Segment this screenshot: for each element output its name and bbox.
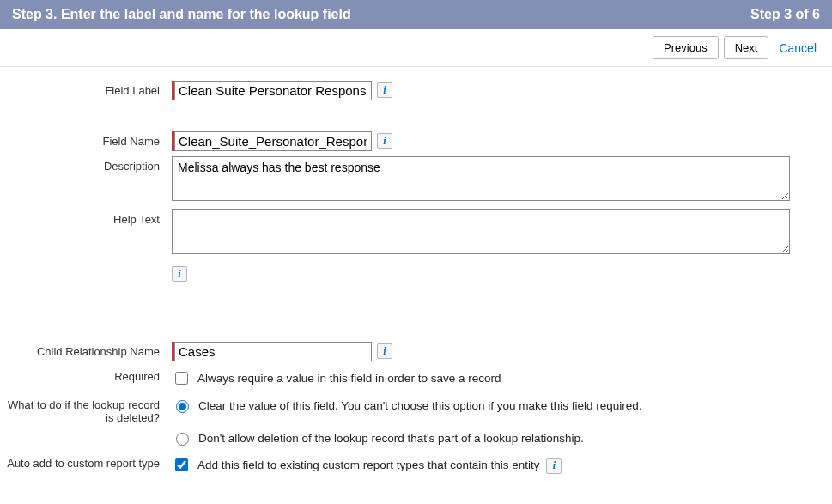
field-label-input[interactable] [174, 81, 372, 100]
info-icon[interactable]: i [377, 133, 392, 149]
description-input[interactable] [172, 156, 790, 201]
required-checkbox[interactable] [175, 372, 188, 385]
required-label: Required [0, 367, 172, 383]
info-icon[interactable]: i [546, 458, 562, 474]
child-rel-label: Child Relationship Name [0, 342, 172, 358]
form-area: Field Label i Field Name i Description H… [0, 67, 832, 502]
info-icon[interactable]: i [377, 343, 392, 359]
wizard-header: Step 3. Enter the label and name for the… [0, 0, 832, 29]
button-row: Previous Next Cancel [0, 29, 832, 67]
help-text-label: Help Text [0, 209, 172, 226]
info-icon[interactable]: i [377, 82, 392, 98]
child-rel-input[interactable] [174, 342, 372, 361]
required-option-label: Always require a value in this field in … [197, 372, 501, 385]
field-name-input[interactable] [174, 131, 372, 151]
auto-add-label: Auto add to custom report type [0, 453, 172, 470]
wizard-title: Step 3. Enter the label and name for the… [12, 7, 351, 22]
previous-button[interactable]: Previous [653, 36, 719, 59]
on-delete-label: What to do if the lookup record is delet… [0, 395, 172, 424]
dont-allow-radio[interactable] [176, 433, 189, 446]
cancel-link[interactable]: Cancel [779, 41, 817, 55]
wizard-step: Step 3 of 6 [750, 7, 820, 22]
description-label: Description [0, 156, 172, 173]
field-name-label: Field Name [0, 131, 172, 148]
auto-add-checkbox[interactable] [175, 458, 188, 471]
next-button[interactable]: Next [724, 36, 769, 59]
info-icon[interactable]: i [172, 266, 187, 282]
field-label-label: Field Label [0, 81, 172, 97]
auto-add-option-label: Add this field to existing custom report… [197, 458, 539, 471]
dont-allow-label: Don't allow deletion of the lookup recor… [198, 432, 584, 445]
clear-value-radio[interactable] [176, 400, 189, 413]
help-text-input[interactable] [172, 209, 790, 254]
clear-value-label: Clear the value of this field. You can't… [198, 399, 642, 412]
